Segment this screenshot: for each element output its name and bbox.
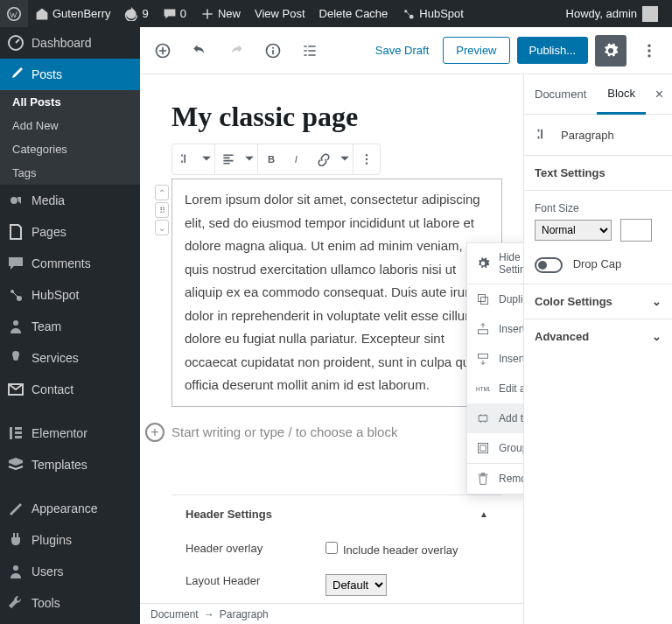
editor-canvas[interactable]: My classic page B I ⌃ ⠿ [140, 74, 523, 624]
block-options-dropdown: Hide Block SettingsCtrl+Shift+, Duplicat… [466, 242, 523, 494]
avatar [642, 6, 658, 22]
color-settings-head[interactable]: Color Settings⌄ [524, 284, 672, 319]
block-type-indicator: Paragraph [524, 115, 672, 156]
sidebar-templates[interactable]: Templates [0, 449, 140, 480]
info-button[interactable] [257, 35, 289, 67]
svg-point-17 [648, 44, 650, 46]
advanced-head[interactable]: Advanced⌄ [524, 319, 672, 354]
align-dropdown[interactable] [242, 144, 257, 174]
block-type-dropdown[interactable] [199, 144, 214, 174]
more-button[interactable] [634, 35, 665, 67]
block-toolbar: B I [172, 144, 381, 175]
sidebar-comments[interactable]: Comments [0, 248, 140, 279]
tab-document[interactable]: Document [524, 75, 597, 113]
move-up-button[interactable]: ⌃ [155, 185, 169, 200]
block-type-button[interactable] [172, 144, 199, 174]
svg-rect-10 [15, 431, 22, 434]
sidebar-pages[interactable]: Pages [0, 216, 140, 248]
appender-placeholder: Start writing or type / to choose a bloc… [172, 424, 397, 439]
svg-rect-28 [478, 354, 487, 358]
dd-insert-after[interactable]: Insert AfterCtrl+Alt+Y [467, 344, 523, 374]
sidebar-elementor[interactable]: Elementor [0, 417, 140, 449]
sidebar-tags[interactable]: Tags [0, 161, 140, 185]
sidebar-all-posts[interactable]: All Posts [0, 90, 140, 114]
tab-block[interactable]: Block [597, 74, 646, 115]
svg-rect-32 [480, 445, 486, 451]
dd-add-reusable[interactable]: Add to Reusable Blocks [467, 403, 523, 433]
align-button[interactable] [215, 144, 242, 174]
svg-point-4 [10, 197, 18, 204]
site-link[interactable]: GutenBerry [28, 0, 117, 27]
text-settings-head: Text Settings [524, 156, 672, 191]
editor-main: Save Draft Preview Publish... My classic… [140, 27, 672, 624]
close-sidebar-button[interactable]: × [647, 87, 672, 102]
comments-link[interactable]: 0 [156, 0, 193, 27]
redo-button[interactable] [220, 35, 252, 67]
wp-logo[interactable] [0, 0, 28, 27]
italic-button[interactable]: I [284, 144, 311, 174]
block-more-button[interactable] [354, 144, 380, 174]
settings-sidebar: Document Block × Paragraph Text Settings… [523, 74, 672, 624]
svg-point-22 [366, 154, 368, 156]
crumb-paragraph[interactable]: Paragraph [220, 608, 269, 620]
hubspot-link[interactable]: HubSpot [395, 0, 471, 27]
admin-bar: GutenBerry 9 0 New View Post Delete Cach… [0, 0, 672, 27]
sidebar-hubspot[interactable]: HubSpot [0, 279, 140, 311]
dd-duplicate[interactable]: DuplicateCtrl+Shift+D [467, 284, 523, 314]
sidebar-add-new[interactable]: Add New [0, 114, 140, 137]
sidebar-dashboard[interactable]: Dashboard [0, 27, 140, 59]
updates-link[interactable]: 9 [117, 0, 155, 27]
header-settings-toggle[interactable]: Header Settings▲ [172, 495, 502, 533]
sidebar-posts[interactable]: Posts [0, 59, 140, 90]
howdy-link[interactable]: Howdy, admin [559, 0, 665, 27]
svg-point-15 [272, 46, 274, 48]
move-down-button[interactable]: ⌄ [155, 220, 169, 235]
sidebar-users[interactable]: Users [0, 556, 140, 587]
dd-edit-html[interactable]: HTMLEdit as HTML [467, 374, 523, 403]
paragraph-icon [535, 127, 550, 143]
sidebar-categories[interactable]: Categories [0, 137, 140, 161]
save-draft-button[interactable]: Save Draft [368, 44, 436, 57]
paragraph-text: Lorem ipsum dolor sit amet, consectetur … [185, 192, 480, 392]
header-overlay-checkbox-label[interactable]: Include header overlay [326, 543, 458, 557]
plus-icon[interactable]: + [145, 423, 164, 442]
svg-point-24 [366, 163, 368, 165]
publish-button[interactable]: Publish... [517, 37, 588, 64]
dd-remove[interactable]: Remove BlockShift+Alt+Z [467, 464, 523, 494]
header-overlay-checkbox[interactable] [326, 542, 338, 554]
sidebar-services[interactable]: Services [0, 342, 140, 374]
delete-cache-link[interactable]: Delete Cache [312, 0, 396, 27]
dd-hide-settings[interactable]: Hide Block SettingsCtrl+Shift+, [467, 243, 523, 284]
sidebar-tools[interactable]: Tools [0, 587, 140, 619]
new-link[interactable]: New [193, 0, 248, 27]
format-dropdown[interactable] [337, 144, 353, 174]
drag-handle[interactable]: ⠿ [155, 202, 169, 218]
crumb-document[interactable]: Document [150, 608, 199, 620]
view-post-link[interactable]: View Post [248, 0, 312, 27]
svg-rect-31 [478, 443, 487, 452]
svg-rect-30 [479, 416, 487, 421]
undo-button[interactable] [184, 35, 215, 67]
sidebar-appearance[interactable]: Appearance [0, 493, 140, 524]
sidebar-team[interactable]: Team [0, 311, 140, 342]
font-size-select[interactable]: Normal [535, 220, 612, 241]
settings-button[interactable] [595, 35, 626, 67]
appender-row[interactable]: + Start writing or type / to choose a bl… [172, 423, 502, 442]
layout-header-select[interactable]: Default [326, 574, 387, 596]
dd-insert-before[interactable]: Insert BeforeCtrl+Alt+T [467, 314, 523, 344]
bold-button[interactable]: B [258, 144, 284, 174]
sidebar-media[interactable]: Media [0, 185, 140, 216]
outline-button[interactable] [294, 35, 326, 67]
link-button[interactable] [311, 144, 337, 174]
preview-button[interactable]: Preview [443, 37, 509, 64]
add-block-button[interactable] [147, 35, 178, 67]
font-size-number[interactable] [620, 219, 652, 242]
dd-group[interactable]: Group [467, 433, 523, 463]
sidebar-contact[interactable]: Contact [0, 374, 140, 405]
svg-point-18 [648, 49, 650, 52]
sidebar-plugins[interactable]: Plugins [0, 524, 140, 556]
post-title[interactable]: My classic page [172, 101, 502, 133]
drop-cap-toggle[interactable] [535, 257, 563, 273]
svg-text:HTML: HTML [476, 386, 490, 392]
paragraph-block[interactable]: ⌃ ⠿ ⌄ Lorem ipsum dolor sit amet, consec… [172, 179, 502, 407]
